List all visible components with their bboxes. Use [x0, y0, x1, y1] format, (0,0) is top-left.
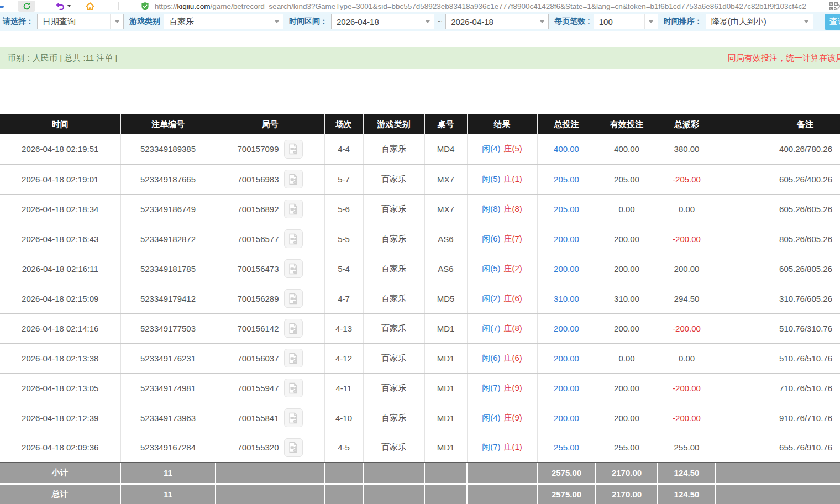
round-number: 700156983: [237, 175, 279, 184]
payout-cell: -205.00: [658, 164, 716, 194]
game-type-select[interactable]: 百家乐: [164, 14, 284, 29]
game-type-cell: 百家乐: [363, 343, 424, 373]
game-type-cell: 百家乐: [363, 373, 424, 403]
table-code-cell: MX7: [424, 164, 467, 194]
round-number: 700155841: [237, 413, 279, 423]
result-cell: 闲(4)庄(5): [467, 134, 537, 164]
payout-cell: -200.00: [658, 313, 716, 343]
url-domain: kiqiiu.com: [177, 2, 211, 11]
video-replay-button[interactable]: [284, 170, 303, 188]
bet-id: 523349176231: [120, 343, 216, 373]
result-cell: 闲(6)庄(7): [467, 224, 537, 254]
subtotal-total-bet: 2575.00: [537, 463, 596, 484]
game-type-cell: 百家乐: [363, 284, 424, 313]
bet-time: 2026-04-18 02:12:39: [0, 403, 120, 433]
round-cell: 700155320: [216, 433, 324, 463]
note-cell: 655.76/910.76: [716, 433, 840, 463]
home-button[interactable]: [85, 2, 95, 11]
search-button[interactable]: 查询: [825, 14, 840, 30]
time-sort-select[interactable]: 降幂(由大到小): [706, 14, 813, 29]
total-valid-bet: 2170.00: [596, 484, 658, 504]
total-count: 11: [120, 484, 216, 504]
video-replay-button[interactable]: [284, 408, 303, 427]
player-result: 闲(7): [482, 442, 500, 452]
undo-icon: [55, 2, 65, 11]
bet-id: 523349182872: [120, 224, 216, 254]
col-header-total-bet: 总投注: [537, 114, 596, 134]
url-text: https://kiqiiu.com/game/betrecord_search…: [155, 2, 806, 11]
payout-cell: 0.00: [658, 343, 716, 373]
table-row: 2026-04-18 02:16:43 523349182872 7001565…: [0, 224, 840, 254]
undo-button[interactable]: [55, 2, 71, 11]
session-cell: 4-4: [324, 134, 363, 164]
round-cell: 700156892: [216, 194, 324, 224]
bet-time: 2026-04-18 02:13:38: [0, 343, 120, 373]
col-header-valid-bet: 有效投注: [596, 114, 658, 134]
url-path: /game/betrecord_search/kind3?GameType=30…: [211, 2, 806, 11]
time-sort-value: 降幂(由大到小): [706, 17, 800, 27]
banker-result: 庄(1): [504, 442, 522, 452]
video-replay-button[interactable]: [284, 349, 303, 368]
video-replay-button[interactable]: [284, 379, 303, 397]
filter-type-select[interactable]: 日期查询: [37, 14, 124, 29]
refresh-icon: [23, 2, 31, 11]
table-code-cell: MD1: [424, 403, 467, 433]
video-replay-button[interactable]: [284, 438, 303, 457]
subtotal-payout: 124.50: [658, 463, 716, 484]
game-type-cell: 百家乐: [363, 224, 424, 254]
video-file-icon: [287, 233, 299, 245]
url-bar[interactable]: https://kiqiiu.com/game/betrecord_search…: [141, 2, 825, 11]
note-cell: 910.76/710.76: [716, 403, 840, 433]
video-file-icon: [287, 143, 299, 155]
date-to-select[interactable]: 2026-04-18: [445, 14, 549, 29]
video-replay-button[interactable]: [284, 319, 303, 338]
round-number: 700156473: [237, 264, 279, 274]
page-size-value: 100: [594, 17, 644, 27]
round-cell: 700156289: [216, 284, 324, 313]
video-file-icon: [287, 412, 299, 424]
refresh-button[interactable]: [18, 1, 35, 12]
chevron-down-icon[interactable]: [67, 5, 71, 7]
col-header-result: 结果: [467, 114, 537, 134]
table-footer: 小计 11 2575.00 2170.00 124.50 总计 11 2575.…: [0, 463, 840, 504]
banker-result: 庄(5): [504, 144, 522, 153]
round-cell: 700156142: [216, 313, 324, 343]
note-cell: 605.26/400.26: [716, 164, 840, 194]
back-icon[interactable]: [0, 6, 4, 8]
game-type-cell: 百家乐: [363, 403, 424, 433]
col-header-session: 场次: [324, 114, 363, 134]
time-sort-label: 时间排序：: [664, 17, 702, 27]
round-cell: 700156037: [216, 343, 324, 373]
valid-bet-cell: 255.00: [596, 433, 658, 463]
note-cell: 510.76/510.76: [716, 343, 840, 373]
chevron-down-icon: [270, 14, 283, 29]
video-replay-button[interactable]: [284, 140, 303, 159]
video-replay-button[interactable]: [284, 229, 303, 248]
video-replay-button[interactable]: [284, 289, 303, 308]
player-result: 闲(2): [482, 293, 500, 303]
bet-time: 2026-04-18 02:19:01: [0, 164, 120, 194]
video-replay-button[interactable]: [284, 200, 303, 218]
game-type-cell: 百家乐: [363, 254, 424, 284]
col-header-bet-id: 注单编号: [120, 114, 216, 134]
bet-time: 2026-04-18 02:15:09: [0, 284, 120, 313]
round-cell: 700155841: [216, 403, 324, 433]
table-row: 2026-04-18 02:19:51 523349189385 7001570…: [0, 134, 840, 164]
game-type-cell: 百家乐: [363, 194, 424, 224]
result-cell: 闲(7)庄(8): [467, 313, 537, 343]
session-cell: 4-7: [324, 284, 363, 313]
home-icon: [85, 2, 95, 11]
session-cell: 4-13: [324, 313, 363, 343]
table-code-cell: MD4: [424, 134, 467, 164]
banker-result: 庄(1): [504, 174, 522, 183]
table-code-cell: AS6: [424, 224, 467, 254]
valid-bet-cell: 310.00: [596, 284, 658, 313]
page-size-select[interactable]: 100: [594, 14, 658, 29]
banker-result: 庄(6): [504, 293, 522, 303]
date-from-select[interactable]: 2026-04-18: [331, 14, 434, 29]
video-replay-button[interactable]: [284, 259, 303, 278]
notice-text: 同局有效投注，统一计算在该局第: [728, 53, 840, 64]
table-row: 2026-04-18 02:13:38 523349176231 7001560…: [0, 343, 840, 373]
game-type-cell: 百家乐: [363, 164, 424, 194]
note-cell: 805.26/605.26: [716, 224, 840, 254]
